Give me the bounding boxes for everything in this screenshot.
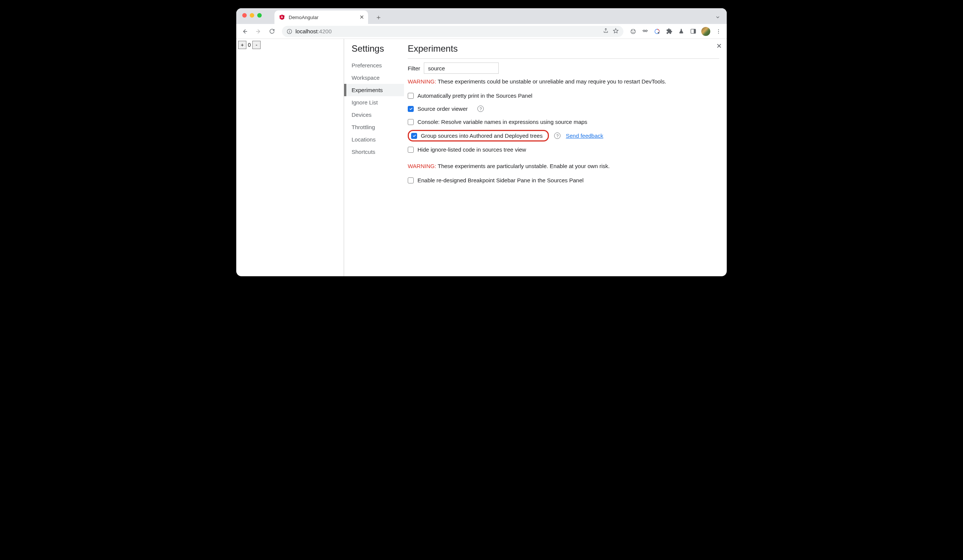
nav-ignore-list[interactable]: Ignore List (352, 96, 403, 108)
opt-console-var: Console: Resolve variable names in expre… (408, 115, 719, 128)
opt-label: Console: Resolve variable names in expre… (417, 119, 587, 125)
extension-icon-3[interactable] (653, 28, 661, 35)
nav-experiments[interactable]: Experiments (344, 84, 404, 96)
browser-toolbar: localhost:4200 (236, 24, 727, 39)
highlighted-group-sources: Group sources into Authored and Deployed… (408, 130, 549, 141)
svg-point-6 (643, 30, 645, 32)
checkbox-pretty-print[interactable] (408, 93, 414, 99)
tab-overflow-button[interactable] (713, 12, 723, 23)
devtools-settings: ✕ Settings Preferences Workspace Experim… (344, 39, 727, 276)
send-feedback-link[interactable]: Send feedback (566, 133, 603, 139)
warning-prefix: WARNING: (408, 78, 436, 84)
tab-strip: DemoAngular ✕ ＋ (236, 8, 727, 24)
back-button[interactable] (239, 26, 250, 37)
new-tab-button[interactable]: ＋ (373, 12, 384, 23)
side-panel-icon[interactable] (689, 28, 697, 35)
nav-preferences[interactable]: Preferences (352, 59, 403, 71)
tab-title: DemoAngular (289, 15, 319, 20)
svg-point-9 (658, 32, 660, 34)
chrome-menu-icon[interactable] (715, 28, 722, 35)
checkbox-console-var[interactable] (408, 119, 414, 125)
warning-very-unstable: WARNING: These experiments are particula… (408, 163, 719, 169)
reload-button[interactable] (266, 26, 277, 37)
svg-rect-1 (289, 31, 289, 32)
counter-value: 0 (246, 41, 252, 274)
decrement-button[interactable]: - (252, 41, 261, 49)
opt-label: Source order viewer (417, 105, 468, 112)
window-controls (242, 13, 262, 18)
settings-nav: Preferences Workspace Experiments Ignore… (352, 59, 403, 158)
profile-avatar[interactable] (701, 27, 710, 36)
share-icon[interactable] (603, 28, 609, 35)
nav-devices[interactable]: Devices (352, 108, 403, 121)
close-settings-icon[interactable]: ✕ (715, 42, 723, 50)
svg-rect-11 (694, 29, 695, 33)
experiments-title: Experiments (408, 44, 719, 59)
increment-button[interactable]: + (238, 41, 246, 49)
address-bar[interactable]: localhost:4200 (282, 26, 623, 37)
svg-rect-2 (289, 30, 289, 30)
filter-input[interactable] (424, 63, 499, 74)
warning-text: These experiments are particularly unsta… (436, 163, 610, 169)
app-page: + 0 - (236, 39, 344, 276)
close-window-button[interactable] (242, 13, 247, 18)
nav-throttling[interactable]: Throttling (352, 121, 403, 133)
opt-hide-ignore: Hide ignore-listed code in sources tree … (408, 143, 719, 156)
extensions-puzzle-icon[interactable] (665, 28, 673, 35)
maximize-window-button[interactable] (257, 13, 262, 18)
svg-point-4 (632, 30, 633, 31)
help-icon[interactable]: ? (554, 133, 561, 139)
extension-icons (628, 27, 724, 36)
checkbox-group-sources[interactable] (411, 133, 417, 139)
minimize-window-button[interactable] (250, 13, 254, 18)
opt-label: Automatically pretty print in the Source… (417, 92, 532, 99)
url-host: localhost (295, 28, 318, 34)
opt-label: Enable re-designed Breakpoint Sidebar Pa… (417, 177, 584, 183)
checkbox-breakpoint-sidebar[interactable] (408, 177, 414, 183)
opt-pretty-print: Automatically pretty print in the Source… (408, 89, 719, 102)
help-icon[interactable]: ? (477, 105, 484, 112)
settings-main: Experiments Filter WARNING: These experi… (403, 39, 727, 276)
browser-window: DemoAngular ✕ ＋ localhost:4200 (236, 8, 727, 276)
extension-icon-1[interactable] (629, 28, 637, 35)
svg-point-7 (645, 30, 647, 32)
filter-label: Filter (408, 65, 420, 71)
svg-point-13 (718, 31, 719, 31)
settings-sidebar: Settings Preferences Workspace Experimen… (344, 39, 403, 276)
close-tab-icon[interactable]: ✕ (360, 14, 364, 21)
nav-shortcuts[interactable]: Shortcuts (352, 146, 403, 158)
checkbox-hide-ignore[interactable] (408, 147, 414, 153)
site-info-icon[interactable] (287, 28, 292, 34)
opt-group-sources-row: Group sources into Authored and Deployed… (408, 128, 719, 143)
opt-label: Hide ignore-listed code in sources tree … (417, 146, 526, 153)
opt-source-order: Source order viewer ? (408, 102, 719, 115)
forward-button[interactable] (253, 26, 264, 37)
warning-unstable: WARNING: These experiments could be unst… (408, 78, 719, 84)
url-port: :4200 (318, 28, 332, 34)
bookmark-star-icon[interactable] (613, 28, 619, 35)
url-text: localhost:4200 (295, 28, 332, 34)
settings-title: Settings (352, 44, 403, 54)
nav-locations[interactable]: Locations (352, 133, 403, 146)
svg-point-14 (718, 32, 719, 33)
angular-favicon-icon (279, 14, 285, 20)
checkbox-source-order[interactable] (408, 106, 414, 112)
filter-row: Filter (408, 63, 719, 74)
extension-flask-icon[interactable] (677, 28, 685, 35)
svg-point-12 (718, 29, 719, 30)
browser-tab[interactable]: DemoAngular ✕ (274, 10, 368, 24)
content-area: + 0 - ✕ Settings Preferences Workspace E… (236, 39, 727, 276)
opt-breakpoint-sidebar: Enable re-designed Breakpoint Sidebar Pa… (408, 174, 719, 187)
nav-workspace[interactable]: Workspace (352, 71, 403, 84)
warning-prefix: WARNING: (408, 163, 436, 169)
svg-point-5 (634, 30, 634, 31)
warning-text: These experiments could be unstable or u… (436, 78, 666, 84)
extension-icon-2[interactable] (641, 28, 649, 35)
opt-label: Group sources into Authored and Deployed… (421, 133, 543, 139)
